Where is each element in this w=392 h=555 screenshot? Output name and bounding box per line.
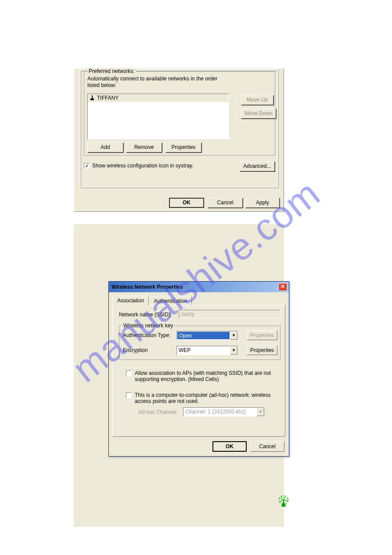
encryption-properties-button[interactable]: Properties (247, 345, 277, 355)
auth-type-select[interactable]: Open ▼ (176, 331, 238, 340)
move-up-button[interactable]: Move Up (241, 95, 273, 105)
tab-association[interactable]: Association (112, 296, 149, 306)
preferred-networks-list[interactable]: TIFFANY (87, 94, 229, 139)
mixed-cells-checkbox[interactable] (126, 370, 132, 376)
mixed-cells-label: Allow association to APs (with matching … (135, 370, 275, 382)
adhoc-channel-label: Ad-hoc Channel: (138, 409, 177, 415)
wireless-key-group: Wireless network key Authentication Type… (119, 326, 281, 360)
auth-properties-button[interactable]: Properties (247, 330, 277, 340)
chevron-down-icon[interactable]: ▼ (230, 346, 237, 355)
tabstrip: Association Authentication (112, 296, 192, 305)
network-name: TIFFANY (97, 95, 119, 101)
auth-type-label: Authentication Type: (123, 332, 171, 338)
properties-button[interactable]: Properties (165, 142, 201, 152)
dialog-ok-button[interactable]: OK (212, 441, 247, 452)
remove-button[interactable]: Remove (126, 142, 162, 152)
encryption-value: WEP (177, 346, 230, 355)
auth-type-value: Open (177, 332, 230, 339)
list-item[interactable]: TIFFANY (88, 94, 229, 102)
move-down-button[interactable]: Move Down (241, 109, 276, 119)
encryption-label: Encryption (123, 347, 148, 353)
systray-checkbox-row: ✓ Show wireless configuration icon in sy… (84, 163, 194, 169)
preferred-networks-legend: Preferred networks: (87, 68, 136, 74)
apply-button[interactable]: Apply (245, 198, 280, 208)
wireless-key-legend: Wireless network key (122, 323, 174, 329)
wireless-properties-dialog: Wireless Network Properties ✕ Associatio… (108, 281, 289, 457)
tab-body: Network name (SSID): Jacky Wireless netw… (112, 305, 285, 437)
systray-checkbox[interactable]: ✓ (84, 163, 90, 169)
adhoc-channel-select[interactable]: Channel: 1 (2412000 khz) ▼ (183, 407, 265, 417)
antenna-icon (90, 95, 94, 101)
preferred-networks-panel: Preferred networks: Automatically connec… (74, 69, 284, 212)
adhoc-label: This is a computer-to-computer (ad-hoc) … (135, 392, 280, 404)
adhoc-channel-value: Channel: 1 (2412000 khz) (183, 408, 257, 416)
chevron-down-icon[interactable]: ▼ (230, 331, 237, 340)
dialog-title: Wireless Network Properties (111, 284, 183, 290)
ok-button[interactable]: OK (169, 198, 204, 208)
svg-marker-3 (281, 501, 286, 507)
add-button[interactable]: Add (87, 142, 123, 152)
dialog-cancel-button[interactable]: Cancel (250, 441, 284, 452)
ssid-label: Network name (SSID): (119, 312, 172, 318)
adhoc-checkbox[interactable] (126, 392, 132, 398)
cancel-button[interactable]: Cancel (208, 198, 243, 208)
titlebar[interactable]: Wireless Network Properties ✕ (109, 282, 289, 292)
chevron-down-icon[interactable]: ▼ (257, 408, 264, 416)
advanced-button[interactable]: Advanced... (240, 161, 275, 171)
systray-antenna-icon (278, 496, 289, 507)
encryption-select[interactable]: WEP ▼ (176, 346, 238, 355)
close-button[interactable]: ✕ (278, 283, 287, 291)
tab-authentication[interactable]: Authentication (149, 296, 192, 305)
ssid-field[interactable]: Jacky (179, 310, 281, 319)
systray-checkbox-label: Show wireless configuration icon in syst… (92, 163, 194, 169)
close-icon: ✕ (281, 283, 285, 290)
preferred-networks-description: Automatically connect to available netwo… (87, 76, 228, 89)
